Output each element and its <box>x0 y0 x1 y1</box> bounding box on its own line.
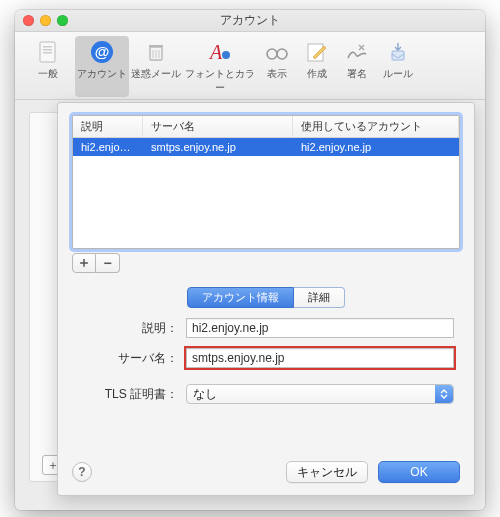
toolbar-label: 一般 <box>38 67 58 81</box>
toolbar-label: 迷惑メール <box>131 67 181 81</box>
page-icon <box>34 39 62 65</box>
account-info-form: 説明： サーバ名： TLS 証明書： なし <box>72 318 460 404</box>
signature-icon <box>343 39 371 65</box>
rules-icon <box>384 39 412 65</box>
segmented-control: アカウント情報 詳細 <box>72 287 460 308</box>
svg-rect-7 <box>149 45 163 47</box>
svg-point-13 <box>267 49 277 59</box>
preferences-toolbar: 一般 @ アカウント 迷惑メール A フォントとカラー 表示 <box>15 32 485 100</box>
server-name-field[interactable] <box>186 348 454 368</box>
ok-button[interactable]: OK <box>378 461 460 483</box>
font-icon: A <box>206 39 234 65</box>
table-row[interactable]: hi2.enjoy.... smtps.enjoy.ne.jp hi2.enjo… <box>73 138 459 156</box>
table-header: 説明 サーバ名 使用しているアカウント <box>73 116 459 138</box>
toolbar-general[interactable]: 一般 <box>21 36 75 97</box>
tls-label: TLS 証明書： <box>78 386 178 403</box>
cancel-button[interactable]: キャンセル <box>286 461 368 483</box>
compose-icon <box>303 39 331 65</box>
chevron-updown-icon <box>435 385 453 403</box>
titlebar: アカウント <box>15 10 485 32</box>
toolbar-label: 署名 <box>347 67 367 81</box>
trash-icon <box>142 39 170 65</box>
col-account[interactable]: 使用しているアカウント <box>293 116 459 137</box>
toolbar-accounts[interactable]: @ アカウント <box>75 36 129 97</box>
col-server[interactable]: サーバ名 <box>143 116 293 137</box>
smtp-server-sheet: 説明 サーバ名 使用しているアカウント hi2.enjoy.... smtps.… <box>57 102 475 496</box>
svg-point-12 <box>222 51 230 59</box>
cell-account: hi2.enjoy.ne.jp <box>293 141 459 153</box>
table-body: hi2.enjoy.... smtps.enjoy.ne.jp hi2.enjo… <box>73 138 459 248</box>
server-table[interactable]: 説明 サーバ名 使用しているアカウント hi2.enjoy.... smtps.… <box>72 115 460 249</box>
toolbar-junk[interactable]: 迷惑メール <box>129 36 183 97</box>
window-title: アカウント <box>15 12 485 29</box>
svg-rect-3 <box>43 52 52 54</box>
toolbar-label: ルール <box>383 67 413 81</box>
toolbar-label: 作成 <box>307 67 327 81</box>
preferences-window: アカウント 一般 @ アカウント 迷惑メール A フォントとカラー <box>15 10 485 510</box>
sheet-footer: ? キャンセル OK <box>72 447 460 483</box>
col-description[interactable]: 説明 <box>73 116 143 137</box>
description-label: 説明： <box>78 320 178 337</box>
toolbar-rules[interactable]: ルール <box>377 36 419 97</box>
svg-point-14 <box>277 49 287 59</box>
toolbar-label: 表示 <box>267 67 287 81</box>
glasses-icon <box>263 39 291 65</box>
toolbar-viewing[interactable]: 表示 <box>257 36 297 97</box>
add-server-button[interactable]: ＋ <box>72 253 96 273</box>
at-icon: @ <box>88 39 116 65</box>
svg-text:A: A <box>208 41 223 63</box>
tab-advanced[interactable]: 詳細 <box>294 287 345 308</box>
tls-selected-value: なし <box>193 386 217 403</box>
help-button[interactable]: ? <box>72 462 92 482</box>
tls-certificate-select[interactable]: なし <box>186 384 454 404</box>
description-field[interactable] <box>186 318 454 338</box>
add-remove-group: ＋ − <box>72 253 460 273</box>
remove-server-button[interactable]: − <box>96 253 120 273</box>
svg-rect-2 <box>43 49 52 51</box>
toolbar-composing[interactable]: 作成 <box>297 36 337 97</box>
cell-server: smtps.enjoy.ne.jp <box>143 141 293 153</box>
svg-rect-1 <box>43 46 52 48</box>
svg-text:@: @ <box>95 43 110 60</box>
toolbar-label: アカウント <box>77 67 127 81</box>
cell-description: hi2.enjoy.... <box>73 141 143 153</box>
toolbar-signatures[interactable]: 署名 <box>337 36 377 97</box>
window-body: ＋ − 説明 サーバ名 使用しているアカウント <box>15 100 485 510</box>
tab-account-info[interactable]: アカウント情報 <box>187 287 294 308</box>
server-name-label: サーバ名： <box>78 350 178 367</box>
toolbar-label: フォントとカラー <box>183 67 257 95</box>
toolbar-fonts[interactable]: A フォントとカラー <box>183 36 257 97</box>
